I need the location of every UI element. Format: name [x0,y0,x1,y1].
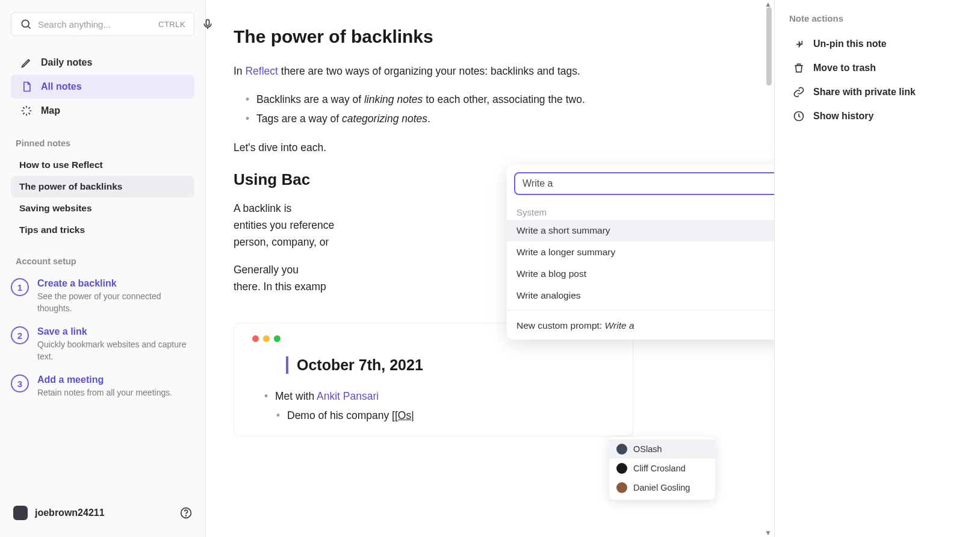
close-dot [252,335,259,342]
ai-option-short-summary[interactable]: Write a short summary [507,220,774,241]
text: New custom prompt: [516,320,604,331]
clock-icon [793,110,805,122]
suggest-name: Daniel Gosling [633,483,690,492]
card-list: Met with Ankit Pansari Demo of his compa… [264,387,615,425]
action-history[interactable]: Show history [787,104,968,128]
pinned-item-tips[interactable]: Tips and tricks [11,219,194,241]
nav-map[interactable]: Map [11,99,194,123]
setup-title: Add a meeting [37,374,172,385]
action-label: Move to trash [813,63,876,73]
action-share[interactable]: Share with private link [787,80,968,104]
action-label: Show history [813,111,873,122]
nav-daily-notes[interactable]: Daily notes [11,51,194,75]
svg-point-0 [22,20,29,27]
ai-prompt-popup: System Write a short summary Write a lon… [507,165,774,340]
avatar [13,506,28,520]
username: joebrown24211 [35,508,105,518]
text: A backlink is [234,202,294,214]
pinned-item-backlinks[interactable]: The power of backlinks [11,176,194,197]
search-row: CTRLK [11,12,194,36]
nav-all-notes[interactable]: All notes [11,75,194,99]
note-title: The power of backlinks [234,26,633,47]
text: Demo of his company [[ [287,409,398,421]
pin-icon [793,38,805,50]
setup-num: 3 [11,374,29,393]
pinned-label: Pinned notes [16,138,194,148]
divider [507,310,774,311]
setup-item-backlink[interactable]: 1 Create a backlink See the power of you… [11,278,194,314]
suggest-name: OSlash [633,444,662,454]
zoom-dot [274,335,281,342]
action-trash[interactable]: Move to trash [787,56,968,80]
text: Backlinks are a way of [256,93,364,105]
sparkle-icon [20,105,33,117]
text: Write a [604,320,634,331]
embedded-note-card: October 7th, 2021 Met with Ankit Pansari… [234,323,633,436]
ai-custom-prompt[interactable]: New custom prompt: Write a [507,314,774,340]
svg-line-1 [28,26,31,29]
dive-para: Let's dive into each. [234,139,633,156]
nested-list: Demo of his company [[Os| [276,406,615,426]
ai-section-label: System [507,202,774,220]
link-query: Os [398,409,411,421]
nav-label: All notes [41,81,82,92]
suggest-avatar [616,482,627,493]
setup-desc: Quickly bookmark websites and capture te… [37,339,194,362]
action-label: Share with private link [813,87,916,98]
action-label: Un-pin this note [813,39,887,49]
setup-item-link[interactable]: 2 Save a link Quickly bookmark websites … [11,326,194,362]
list-item: Tags are a way of categorizing notes. [246,110,633,129]
ai-input[interactable] [523,178,774,189]
sidebar: CTRLK Daily notes All notes Map Pinned n… [0,0,206,537]
list-item: Backlinks are a way of linking notes to … [246,90,633,110]
setup-title: Create a backlink [37,278,194,289]
search-box[interactable]: CTRLK [11,12,194,36]
setup-desc: Retain notes from all your meetings. [37,387,172,399]
ai-option-analogies[interactable]: Write analogies [507,285,774,306]
document-icon [20,81,33,93]
suggest-name: Cliff Crosland [633,464,686,473]
card-date: October 7th, 2021 [286,356,615,374]
list-item: Met with Ankit Pansari [264,387,615,406]
text: linking notes [364,93,423,105]
suggest-avatar [616,444,627,455]
help-icon[interactable] [180,507,192,519]
action-unpin[interactable]: Un-pin this note [787,32,968,56]
setup-label: Account setup [16,256,194,266]
actions-title: Note actions [789,13,968,23]
setup-num: 2 [11,326,29,344]
reflect-link[interactable]: Reflect [245,65,278,77]
user-row[interactable]: joebrown24211 [13,506,105,520]
pinned-item-how-to[interactable]: How to use Reflect [11,154,194,176]
cursor: | [411,409,414,421]
suggest-item-daniel[interactable]: Daniel Gosling [609,478,715,497]
suggest-item-oslash[interactable]: OSlash [609,439,715,459]
text: Tags are a way of [256,113,342,125]
right-panel: Note actions Un-pin this note Move to tr… [774,0,980,537]
text: Met with [275,390,317,402]
text: Generally you [234,264,299,276]
setup-desc: See the power of your connected thoughts… [37,291,194,314]
setup-list: 1 Create a backlink See the power of you… [11,278,194,411]
text: In [234,65,245,77]
ai-input-wrap[interactable] [514,172,774,195]
intro-para: In Reflect there are two ways of organiz… [234,63,633,79]
nav-label: Map [41,105,60,116]
trash-icon [793,62,805,74]
scroll-down-arrow[interactable]: ▼ [764,529,772,537]
intro-list: Backlinks are a way of linking notes to … [246,90,633,128]
setup-item-meeting[interactable]: 3 Add a meeting Retain notes from all yo… [11,374,194,399]
suggest-item-cliff[interactable]: Cliff Crosland [609,459,715,478]
list-item[interactable]: Demo of his company [[Os| [276,406,615,426]
search-kbd: CTRLK [158,20,185,29]
scrollbar-thumb[interactable] [766,7,772,85]
ai-option-longer-summary[interactable]: Write a longer summary [507,241,774,263]
person-link[interactable]: Ankit Pansari [317,390,379,402]
text: categorizing notes [342,113,427,125]
ai-option-blog-post[interactable]: Write a blog post [507,263,774,285]
svg-point-5 [186,515,187,516]
link-icon [793,86,805,98]
search-input[interactable] [38,19,152,29]
pinned-item-saving[interactable]: Saving websites [11,197,194,219]
search-icon [20,18,32,30]
